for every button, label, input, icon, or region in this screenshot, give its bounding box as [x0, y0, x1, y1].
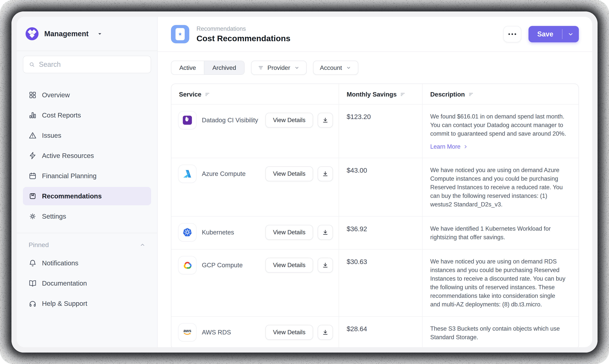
- screenshot-stage: Management Overview Cost Reports: [0, 0, 609, 364]
- view-details-button[interactable]: View Details: [265, 113, 313, 128]
- sidebar-item-documentation[interactable]: Documentation: [23, 274, 151, 292]
- bell-icon: [29, 259, 37, 267]
- service-actions: View Details: [265, 258, 333, 273]
- kubernetes-icon: [182, 227, 193, 238]
- description-cell: These S3 Buckets only contain objects wh…: [422, 317, 579, 347]
- save-dropdown-button[interactable]: [562, 31, 579, 37]
- download-button[interactable]: [318, 166, 333, 181]
- description-text: These S3 Buckets only contain objects wh…: [430, 324, 566, 341]
- table-header-row: Service Monthly Savings Description: [171, 84, 579, 104]
- view-details-button[interactable]: View Details: [265, 325, 313, 340]
- monthly-savings-value: $36.92: [339, 217, 422, 249]
- tab-active[interactable]: Active: [171, 61, 204, 74]
- column-header-description[interactable]: Description: [422, 84, 579, 104]
- recommendations-table: Service Monthly Savings Description: [171, 84, 579, 347]
- bookmark-icon: [29, 192, 37, 200]
- sidebar-item-overview[interactable]: Overview: [23, 86, 151, 104]
- page-icon-tile: [171, 25, 189, 43]
- service-logo: [178, 111, 196, 129]
- sidebar-item-financial-planning[interactable]: Financial Planning: [23, 167, 151, 185]
- pinned-list: Notifications Documentation Help & Suppo…: [23, 254, 151, 313]
- sidebar-item-label: Issues: [42, 132, 61, 139]
- headphones-icon: [29, 299, 37, 308]
- sidebar-item-help-support[interactable]: Help & Support: [23, 294, 151, 313]
- sidebar-item-notifications[interactable]: Notifications: [23, 254, 151, 272]
- caret-down-icon: [97, 31, 103, 37]
- save-split-button[interactable]: Save: [529, 26, 579, 42]
- page-title: Cost Recommendations: [196, 34, 290, 43]
- download-icon: [322, 117, 329, 124]
- gcp-icon: [182, 260, 193, 271]
- monthly-savings-value: $30.63: [339, 249, 422, 316]
- download-icon: [322, 229, 329, 236]
- service-name: AWS RDS: [202, 329, 231, 336]
- table-row: GCP Compute View Details $30.63 We have …: [171, 249, 579, 316]
- service-logo: [178, 223, 196, 242]
- service-cell: Datadog CI Visibility View Details: [171, 104, 339, 158]
- app-window: Management Overview Cost Reports: [17, 17, 592, 347]
- sidebar-divider: [17, 51, 157, 51]
- service-cell: aws AWS RDS View Details: [171, 317, 339, 347]
- sidebar-item-cost-reports[interactable]: Cost Reports: [23, 106, 151, 124]
- workspace-switcher[interactable]: Management: [23, 17, 151, 51]
- download-button[interactable]: [318, 325, 333, 340]
- pinned-label: Pinned: [29, 241, 49, 248]
- download-button[interactable]: [318, 258, 333, 273]
- learn-more-link[interactable]: Learn More: [430, 143, 468, 150]
- chevron-up-icon[interactable]: [140, 242, 145, 248]
- service-actions: View Details: [265, 166, 333, 181]
- sidebar-item-settings[interactable]: Settings: [23, 207, 151, 225]
- sidebar: Management Overview Cost Reports: [17, 17, 158, 347]
- download-button[interactable]: [318, 225, 333, 240]
- sidebar-item-label: Help & Support: [42, 300, 87, 307]
- service-actions: View Details: [265, 225, 333, 240]
- azure-icon: [182, 168, 193, 179]
- view-details-button[interactable]: View Details: [265, 225, 313, 240]
- provider-filter-label: Provider: [268, 64, 290, 71]
- table-row: Azure Compute View Details $43.00 We hav…: [171, 158, 579, 216]
- view-details-button[interactable]: View Details: [265, 258, 313, 273]
- sidebar-nav: Overview Cost Reports Issues Active Reso…: [23, 86, 151, 225]
- service-cell: Kubernetes View Details: [171, 217, 339, 249]
- save-button[interactable]: Save: [529, 30, 562, 38]
- service-name: Kubernetes: [202, 229, 234, 236]
- download-icon: [322, 329, 329, 336]
- provider-filter-dropdown[interactable]: Provider: [251, 61, 307, 75]
- description-cell: We have identified 1 Kubernetes Workload…: [422, 217, 579, 249]
- sidebar-item-active-resources[interactable]: Active Resources: [23, 146, 151, 165]
- description-cell: We found $616.01 in on demand spend last…: [422, 104, 579, 158]
- sidebar-item-issues[interactable]: Issues: [23, 126, 151, 145]
- column-header-monthly-savings[interactable]: Monthly Savings: [339, 84, 422, 104]
- description-cell: We have noticed you are using on demand …: [422, 158, 579, 216]
- pinned-section-header: Pinned: [23, 241, 151, 248]
- sidebar-item-label: Overview: [42, 91, 70, 99]
- table-body: Datadog CI Visibility View Details $123.…: [171, 104, 579, 347]
- chevron-down-icon: [568, 31, 574, 37]
- sidebar-item-recommendations[interactable]: Recommendations: [23, 187, 151, 205]
- tab-archived[interactable]: Archived: [204, 61, 244, 74]
- view-details-button[interactable]: View Details: [265, 166, 313, 181]
- download-button[interactable]: [318, 113, 333, 128]
- column-header-service[interactable]: Service: [171, 84, 339, 104]
- more-actions-button[interactable]: [503, 26, 521, 42]
- account-filter-label: Account: [320, 64, 342, 71]
- pinned-divider: [17, 233, 157, 233]
- sidebar-item-label: Active Resources: [42, 152, 94, 159]
- page-titles: Recommendations Cost Recommendations: [196, 25, 290, 43]
- breadcrumb: Recommendations: [196, 25, 290, 32]
- description-text: We have identified 1 Kubernetes Workload…: [430, 224, 566, 242]
- workspace-name: Management: [44, 30, 89, 38]
- account-filter-dropdown[interactable]: Account: [313, 61, 359, 75]
- grid-icon: [29, 91, 37, 99]
- sidebar-item-label: Documentation: [42, 279, 87, 287]
- search-box: [23, 56, 151, 73]
- description-cell: We have noticed you are using on demand …: [422, 249, 579, 316]
- gear-icon: [29, 212, 37, 220]
- download-icon: [322, 262, 329, 269]
- search-input[interactable]: [39, 61, 145, 68]
- workspace-logo-icon: [26, 27, 39, 40]
- monthly-savings-value: $123.20: [339, 104, 422, 158]
- chevron-down-icon: [294, 65, 300, 71]
- zap-icon: [29, 152, 37, 160]
- service-logo: [178, 165, 196, 183]
